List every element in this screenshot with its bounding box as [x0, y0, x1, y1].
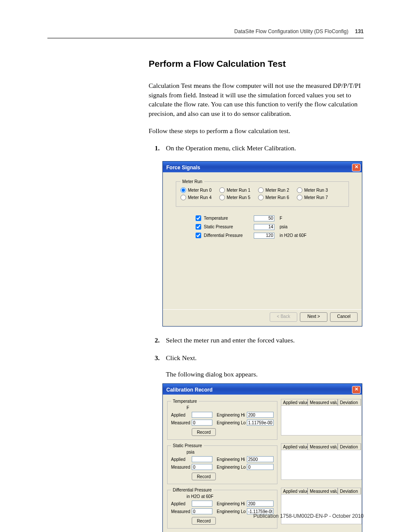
col-measured-value[interactable]: Measured value — [308, 443, 338, 450]
static-pressure-measured-input[interactable] — [192, 464, 212, 470]
differential-pressure-unit: in H2O at 60F — [280, 233, 306, 238]
radio-meter-run-3[interactable]: Meter Run 3 — [297, 187, 333, 193]
static-pressure-legend: Static Pressure — [171, 443, 204, 448]
measured-label: Measured — [171, 465, 190, 470]
radio-row-2: Meter Run 4 Meter Run 5 Meter Run 6 Mete… — [181, 195, 344, 200]
col-measured-value[interactable]: Measured value — [308, 399, 338, 406]
differential-pressure-legend: Differential Pressure — [171, 488, 213, 492]
cancel-button[interactable]: Cancel — [330, 312, 358, 322]
temperature-legend: Temperature — [171, 399, 199, 404]
step-number: 1. — [155, 143, 160, 153]
differential-pressure-measured-input[interactable] — [192, 508, 212, 514]
col-deviation[interactable]: Deviation — [338, 399, 361, 406]
col-applied-value[interactable]: Applied value — [281, 488, 308, 495]
radio-meter-run-1[interactable]: Meter Run 1 — [219, 187, 255, 193]
radio-input[interactable] — [219, 187, 225, 193]
differential-pressure-checkbox[interactable] — [196, 233, 201, 238]
temperature-measured-row: Measured Engineering Lo — [171, 420, 274, 426]
page: DataSite Flow Configuration Utility (DS … — [0, 0, 411, 532]
radio-meter-run-4[interactable]: Meter Run 4 — [181, 195, 217, 200]
static-pressure-eng-lo-input[interactable] — [247, 464, 274, 470]
static-pressure-applied-row: Applied Engineering Hi — [171, 456, 274, 462]
applied-label: Applied — [171, 413, 190, 417]
table-body — [281, 495, 362, 524]
step-number: 3. — [155, 353, 160, 363]
dialog-titlebar[interactable]: Calibration Record ✕ — [163, 384, 362, 395]
dialog-titlebar[interactable]: Force Signals ✕ — [163, 162, 362, 172]
step-1: 1. On the Operation menu, click Meter Ca… — [149, 143, 364, 153]
radio-input[interactable] — [297, 195, 302, 200]
close-icon[interactable]: ✕ — [352, 386, 361, 394]
follow-paragraph: Follow these steps to perform a flow cal… — [149, 126, 364, 136]
col-measured-value[interactable]: Measured value — [308, 488, 338, 495]
static-pressure-input[interactable] — [254, 224, 274, 230]
static-pressure-table: Applied value Measured value Deviation — [281, 443, 362, 484]
publication-footer: Publication 1758-UM002D-EN-P - October 2… — [253, 513, 364, 519]
temperature-applied-input[interactable] — [192, 412, 212, 418]
cal-row-temperature: Temperature F Applied Engineering Hi Mea… — [167, 399, 358, 440]
differential-pressure-input[interactable] — [254, 233, 274, 239]
meter-run-legend: Meter Run — [181, 179, 204, 184]
table-body — [281, 406, 362, 436]
col-applied-value[interactable]: Applied value — [281, 399, 308, 406]
radio-input[interactable] — [297, 187, 302, 193]
radio-input[interactable] — [258, 195, 264, 200]
differential-pressure-applied-input[interactable] — [192, 501, 212, 507]
temperature-unit: F — [187, 405, 274, 410]
dialog-body: Temperature F Applied Engineering Hi Mea… — [163, 395, 362, 532]
temperature-measured-input[interactable] — [192, 420, 212, 426]
cal-row-differential-pressure: Differential Pressure in H2O at 60F Appl… — [167, 488, 358, 529]
dialog-title: Force Signals — [166, 165, 200, 171]
next-button[interactable]: Next > — [300, 312, 327, 322]
applied-label: Applied — [171, 501, 190, 506]
table-body — [281, 450, 362, 480]
eng-hi-label: Engineering Hi — [217, 501, 245, 506]
dialog-body: Meter Run Meter Run 0 Meter Run 1 Meter … — [163, 172, 362, 245]
static-pressure-unit: psia — [280, 224, 287, 229]
cal-row-static-pressure: Static Pressure psia Applied Engineering… — [167, 443, 358, 484]
temperature-checkbox[interactable] — [196, 215, 201, 221]
temperature-input[interactable] — [254, 215, 274, 221]
radio-input[interactable] — [258, 187, 264, 193]
table-header: Applied value Measured value Deviation — [281, 443, 362, 450]
radio-meter-run-2[interactable]: Meter Run 2 — [258, 187, 294, 193]
differential-pressure-table: Applied value Measured value Deviation — [281, 488, 362, 529]
header-rule — [47, 38, 364, 38]
step-3-text: Click Next. — [166, 354, 196, 361]
section-heading: Perform a Flow Calculation Test — [149, 59, 364, 69]
radio-meter-run-7[interactable]: Meter Run 7 — [297, 195, 333, 200]
step-3: 3. Click Next. — [149, 353, 364, 363]
differential-pressure-eng-hi-input[interactable] — [247, 501, 274, 507]
temperature-eng-hi-input[interactable] — [247, 412, 274, 418]
radio-meter-run-6[interactable]: Meter Run 6 — [258, 195, 294, 200]
differential-pressure-sensor-group: Differential Pressure in H2O at 60F Appl… — [167, 488, 277, 529]
radio-meter-run-0[interactable]: Meter Run 0 — [181, 187, 217, 193]
differential-pressure-record-button[interactable]: Record — [192, 517, 216, 525]
differential-pressure-unit: in H2O at 60F — [187, 494, 274, 499]
differential-pressure-label: Differential Pressure — [204, 233, 251, 238]
close-icon[interactable]: ✕ — [352, 164, 361, 171]
radio-row-1: Meter Run 0 Meter Run 1 Meter Run 2 Mete… — [181, 187, 344, 193]
intro-paragraph: Calculation Test means the flow computer… — [149, 81, 364, 118]
static-pressure-checkbox[interactable] — [196, 224, 201, 230]
temperature-eng-lo-input[interactable] — [247, 420, 274, 426]
table-header: Applied value Measured value Deviation — [281, 488, 362, 495]
static-pressure-eng-hi-input[interactable] — [247, 456, 274, 462]
doc-title: DataSite Flow Configuration Utility (DS … — [234, 28, 349, 34]
temperature-record-button[interactable]: Record — [192, 428, 216, 436]
eng-lo-label: Engineering Lo — [217, 465, 245, 470]
table-header: Applied value Measured value Deviation — [281, 399, 362, 406]
col-deviation[interactable]: Deviation — [338, 443, 361, 450]
temperature-unit: F — [280, 216, 282, 221]
radio-input[interactable] — [181, 195, 186, 200]
radio-input[interactable] — [181, 187, 186, 193]
static-pressure-applied-input[interactable] — [192, 456, 212, 462]
static-pressure-record-button[interactable]: Record — [192, 473, 216, 480]
radio-meter-run-5[interactable]: Meter Run 5 — [219, 195, 255, 200]
radio-input[interactable] — [219, 195, 225, 200]
calibration-record-dialog: Calibration Record ✕ Temperature F Appli… — [162, 383, 362, 532]
page-number: 131 — [355, 28, 364, 34]
measured-label: Measured — [171, 420, 190, 425]
col-deviation[interactable]: Deviation — [338, 488, 361, 495]
col-applied-value[interactable]: Applied value — [281, 443, 308, 450]
